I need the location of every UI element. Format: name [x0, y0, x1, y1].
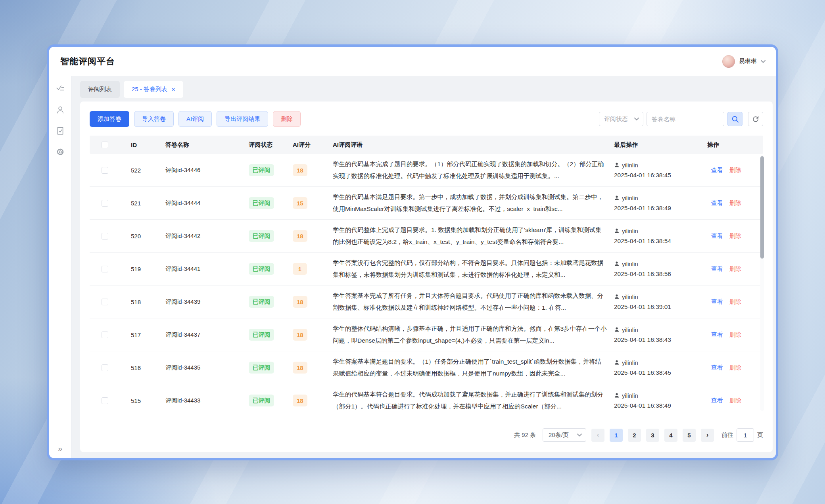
cell-comment: 学生答案基本完成了所有任务，并且大体符合题目要求。代码使用了正确的库和函数来载入…: [333, 290, 614, 314]
row-checkbox[interactable]: [102, 332, 108, 338]
page-button-1[interactable]: 1: [610, 429, 623, 442]
action-buttons: 添加答卷 导入答卷 AI评阅 导出评阅结果 删除: [90, 111, 301, 127]
operator-name: yilinlin: [622, 392, 638, 399]
table-row: 519 评阅id-34441 已评阅 1 学生答案没有包含完整的代码，仅有部分结…: [90, 253, 763, 286]
delete-link[interactable]: 删除: [729, 167, 741, 174]
cell-last-op: yilinlin 2025-04-01 16:38:43: [614, 326, 707, 343]
view-link[interactable]: 查看: [711, 298, 723, 306]
cell-last-op: yilinlin 2025-04-01 16:39:01: [614, 293, 707, 310]
score-badge: 18: [293, 395, 307, 406]
goto-page-input[interactable]: [737, 428, 754, 442]
delete-link[interactable]: 删除: [729, 232, 741, 240]
desktop-background: 智能评阅平台 易琳琳: [0, 0, 825, 504]
row-checkbox[interactable]: [102, 266, 108, 272]
operation-time: 2025-04-01 16:38:56: [614, 270, 707, 278]
page-unit-label: 页: [757, 431, 763, 439]
operation-time: 2025-04-01 16:38:54: [614, 238, 707, 245]
sidebar-expand-button[interactable]: »: [53, 444, 67, 453]
export-results-button[interactable]: 导出评阅结果: [217, 111, 268, 127]
row-checkbox[interactable]: [102, 397, 108, 404]
operator-name: yilinlin: [622, 228, 638, 234]
view-link[interactable]: 查看: [711, 397, 723, 404]
operator-name: yilinlin: [622, 261, 638, 267]
refresh-icon: [752, 115, 759, 123]
person-icon: [614, 162, 620, 168]
tab-label: 评阅列表: [88, 86, 112, 93]
delete-link[interactable]: 删除: [729, 199, 741, 207]
page-size-select[interactable]: 20条/页: [543, 428, 586, 442]
page-button-3[interactable]: 3: [646, 429, 659, 442]
content-area: » 评阅列表 25 - 答卷列表 × 添加答卷: [49, 76, 776, 458]
next-page-button[interactable]: ›: [701, 429, 714, 442]
page-button-2[interactable]: 2: [628, 429, 641, 442]
person-icon: [614, 228, 620, 234]
delete-link[interactable]: 删除: [729, 364, 741, 372]
status-badge: 已评阅: [249, 362, 274, 374]
pagination: 共 92 条 20条/页 ‹ 12345 › 前往 页: [90, 428, 763, 442]
toolbar: 添加答卷 导入答卷 AI评阅 导出评阅结果 删除 评阅状态: [90, 111, 763, 127]
search-button[interactable]: [727, 112, 742, 126]
answer-list-panel: 添加答卷 导入答卷 AI评阅 导出评阅结果 删除 评阅状态: [80, 102, 773, 452]
page-button-4[interactable]: 4: [664, 429, 677, 442]
status-badge: 已评阅: [249, 395, 274, 406]
delete-link[interactable]: 删除: [729, 265, 741, 273]
delete-link[interactable]: 删除: [729, 331, 741, 339]
tab-review-list[interactable]: 评阅列表: [80, 81, 120, 98]
cell-answer-name: 评阅id-34444: [165, 199, 249, 207]
person-icon: [614, 261, 620, 266]
import-answer-button[interactable]: 导入答卷: [134, 111, 174, 127]
row-checkbox[interactable]: [102, 364, 108, 371]
page-title: 智能评阅平台: [60, 56, 115, 67]
cell-comment: 学生的代码整体上完成了题目要求。1. 数据集的加载和划分正确使用了'sklear…: [333, 224, 614, 248]
delete-link[interactable]: 删除: [729, 397, 741, 404]
sidebar-item-answer-sheets[interactable]: [53, 124, 67, 138]
status-badge: 已评阅: [249, 197, 274, 209]
review-status-select[interactable]: 评阅状态: [599, 112, 643, 126]
row-checkbox[interactable]: [102, 299, 108, 305]
add-answer-button[interactable]: 添加答卷: [90, 111, 129, 127]
sidebar-item-users[interactable]: [53, 103, 67, 117]
cell-answer-name: 评阅id-34441: [165, 265, 249, 273]
sidebar-item-review-tasks[interactable]: [53, 82, 67, 96]
chevron-down-icon: [761, 60, 766, 63]
operator-name: yilinlin: [622, 326, 638, 333]
view-link[interactable]: 查看: [711, 265, 723, 273]
header-id: ID: [120, 142, 165, 148]
table-body: 522 评阅id-34446 已评阅 18 学生的代码基本完成了题目的要求。（1…: [90, 154, 763, 417]
cell-last-op: yilinlin 2025-04-01 16:38:45: [614, 359, 707, 376]
cell-comment: 学生的代码基本符合题目要求。代码成功加载了鸢尾花数据集，并正确进行了训练集和测试…: [333, 389, 614, 412]
operator-name: yilinlin: [622, 162, 638, 169]
cell-last-op: yilinlin 2025-04-01 16:38:49: [614, 195, 707, 212]
cell-answer-name: 评阅id-34442: [165, 232, 249, 240]
row-checkbox[interactable]: [102, 233, 108, 240]
close-icon[interactable]: ×: [171, 86, 175, 93]
sidebar: »: [49, 76, 71, 458]
select-all-checkbox[interactable]: [102, 142, 108, 148]
row-checkbox[interactable]: [102, 167, 108, 174]
page-button-5[interactable]: 5: [683, 429, 696, 442]
prev-page-button[interactable]: ‹: [591, 429, 604, 442]
status-badge: 已评阅: [249, 296, 274, 308]
scrollbar-thumb[interactable]: [760, 156, 764, 259]
answer-name-input[interactable]: [647, 112, 724, 126]
delete-link[interactable]: 删除: [729, 298, 741, 306]
app-window: 智能评阅平台 易琳琳: [47, 44, 778, 460]
select-placeholder: 评阅状态: [604, 115, 628, 123]
person-icon: [614, 393, 620, 398]
sidebar-item-settings[interactable]: [53, 145, 67, 159]
operation-time: 2025-04-01 16:38:49: [614, 402, 707, 409]
cell-id: 516: [120, 364, 165, 371]
view-link[interactable]: 查看: [711, 364, 723, 372]
operator-name: yilinlin: [622, 359, 638, 366]
view-link[interactable]: 查看: [711, 199, 723, 207]
user-menu[interactable]: 易琳琳: [722, 55, 766, 68]
tab-answer-list[interactable]: 25 - 答卷列表 ×: [124, 81, 183, 98]
ai-review-button[interactable]: AI评阅: [178, 111, 212, 127]
view-link[interactable]: 查看: [711, 331, 723, 339]
view-link[interactable]: 查看: [711, 232, 723, 240]
view-link[interactable]: 查看: [711, 167, 723, 174]
delete-button[interactable]: 删除: [273, 111, 301, 127]
row-checkbox[interactable]: [102, 200, 108, 207]
refresh-button[interactable]: [748, 112, 763, 126]
cell-actions: 查看 删除: [707, 265, 763, 273]
